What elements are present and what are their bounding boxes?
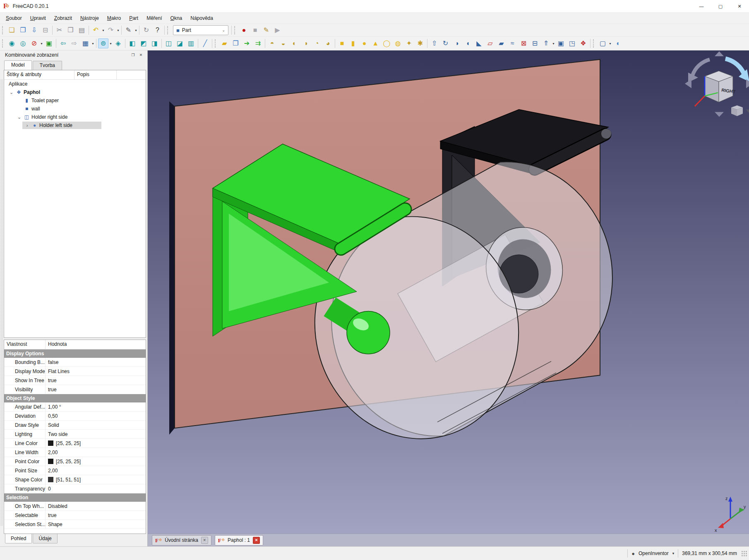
view-rear-icon[interactable]: ◫ [163,38,174,48]
primitive-sphere-icon[interactable]: ● [359,38,370,48]
paste-icon[interactable]: ▤ [77,25,87,35]
boolean-union-icon[interactable]: ◒ [278,38,288,48]
property-row-show-in-tree[interactable]: Show In Treetrue [4,376,146,385]
mirror-icon[interactable]: ◑ [451,38,462,48]
tree-item-wall[interactable]: ■wall [4,105,146,113]
property-row-selection-style[interactable]: Selection St...Shape [4,520,146,529]
zoom-region-icon[interactable]: ⊚ [98,38,108,48]
part-export-icon[interactable]: ➔ [242,38,252,48]
property-row-shape-color[interactable]: Shape Color[51, 51, 51] [4,475,146,484]
property-row-transparency[interactable]: Transparency0 [4,484,146,493]
tab-close-icon[interactable]: ✕ [253,537,260,544]
property-row-angular-deflection[interactable]: Angular Def...1,00 ° [4,402,146,412]
fit-selection-icon[interactable]: ◎ [18,38,28,48]
tab-paphol[interactable]: F⚙Paphol : 1✕ [215,535,263,546]
edit-mode-icon[interactable]: ✎ [123,25,134,35]
toolbar-grip[interactable] [234,26,236,34]
float-panel-button[interactable]: ❐ [129,51,137,59]
part-solid-icon[interactable]: ▰ [219,38,230,48]
offset-icon[interactable]: ⇑ [541,38,551,48]
resize-grip[interactable] [741,550,747,557]
tree-item-holder-left-side[interactable]: ›●Holder left side [4,121,146,129]
chevron-down-icon[interactable]: ▾ [91,38,95,48]
property-row-bounding-box[interactable]: Bounding B...false [4,358,146,367]
rotate-left-arrow-icon[interactable] [692,60,710,76]
primitive-tube-icon[interactable]: ◍ [393,38,403,48]
extrude-icon[interactable]: ⇧ [429,38,439,48]
undo-icon[interactable]: ↶ [91,25,101,35]
tab-model[interactable]: Model [4,60,32,70]
expander-icon[interactable]: ⌄ [8,90,15,95]
shape-builder-icon[interactable]: ✦ [404,38,414,48]
menu-zobrazit[interactable]: Zobrazit [50,14,76,23]
compound-icon[interactable]: ❖ [578,38,588,48]
thickness-icon[interactable]: ▣ [556,38,566,48]
ruled-surface-icon[interactable]: ▱ [485,38,495,48]
material-sphere-icon[interactable]: ◖ [612,38,623,48]
menu-napoveda[interactable]: Nápověda [186,14,217,23]
tab-udaje[interactable]: Údaje [33,534,57,543]
view-right-icon[interactable]: ◨ [149,38,160,48]
macro-edit-icon[interactable]: ✎ [261,25,271,35]
chevron-down-icon[interactable]: ▾ [116,25,120,35]
property-row-line-color[interactable]: Line Color[25, 25, 25] [4,439,146,448]
part-export-all-icon[interactable]: ⇉ [253,38,263,48]
menu-okna[interactable]: Okna [166,14,187,23]
fillet-icon[interactable]: ◖ [463,38,473,48]
copy-icon[interactable]: ❒ [65,25,76,35]
view-left-icon[interactable]: ▥ [186,38,196,48]
tree-column-labels[interactable]: Štítky & atributy [4,70,74,79]
shape-view-icon[interactable]: ◳ [567,38,577,48]
primitives-dialog-icon[interactable]: ✱ [415,38,425,48]
macro-record-icon[interactable]: ● [239,25,249,35]
chevron-down-icon[interactable]: ▾ [40,38,43,48]
minimize-button[interactable]: — [692,0,711,12]
section-icon[interactable]: ⊠ [519,38,529,48]
view-top-icon[interactable]: ◩ [138,38,149,48]
redo-icon[interactable]: ↷ [106,25,116,35]
nav-back-icon[interactable]: ⇦ [58,38,68,48]
tab-close-icon[interactable]: ✕ [201,537,208,544]
property-row-deviation[interactable]: Deviation0,50 [4,412,146,421]
tree-item-aplikace[interactable]: Aplikace [4,80,146,88]
property-row-lighting[interactable]: LightingTwo side [4,430,146,439]
primitive-box-icon[interactable]: ■ [337,38,347,48]
navigation-cube[interactable]: RIGHT [685,51,749,117]
toolbar-grip[interactable] [593,39,595,48]
whats-this-icon[interactable]: ? [152,25,163,35]
loft-icon[interactable]: ▰ [496,38,507,48]
chevron-down-icon[interactable]: ▾ [552,38,555,48]
primitive-cone-icon[interactable]: ▲ [370,38,381,48]
chevron-down-icon[interactable]: ▾ [101,25,105,35]
tab-tvorba[interactable]: Tvorba [33,61,62,70]
part-import-icon[interactable]: ❐ [230,38,241,48]
save-document-icon[interactable]: ⇩ [29,25,39,35]
rotate-right-arrow-icon[interactable] [725,59,744,75]
expander-icon[interactable]: › [24,123,31,128]
property-row-visibility[interactable]: Visibilitytrue [4,385,146,394]
nav-menu-chevron-icon[interactable] [746,110,749,113]
navigation-style-label[interactable]: OpenInventor [639,550,669,556]
cross-sections-icon[interactable]: ⊟ [530,38,540,48]
revolve-icon[interactable]: ↻ [440,38,451,48]
chevron-down-icon[interactable]: ▾ [672,551,675,555]
menu-nastroje[interactable]: Nástroje [76,14,103,23]
toolbar-grip[interactable] [215,39,217,48]
fit-all-icon[interactable]: ◉ [7,38,17,48]
view-axonometric-icon[interactable]: ◈ [113,38,123,48]
tree-item-toalet-paper[interactable]: ▮Toalet paper [4,96,146,105]
split-slice-icon[interactable]: ◕ [323,38,333,48]
cut-icon[interactable]: ✂ [54,25,65,35]
property-row-point-color[interactable]: Point Color[25, 25, 25] [4,457,146,466]
draw-style-icon[interactable]: ⊘ [29,38,39,48]
chevron-down-icon[interactable]: ▾ [134,25,138,35]
view-isometric-icon[interactable]: ▦ [80,38,91,48]
close-button[interactable]: ✕ [730,0,749,12]
chamfer-icon[interactable]: ◣ [474,38,484,48]
tree-column-description[interactable]: Popis [74,70,117,79]
property-row-line-width[interactable]: Line Width2,00 [4,448,146,457]
open-document-icon[interactable]: ❐ [18,25,28,35]
tree-item-holder-right-side[interactable]: ⌄◫Holder right side [4,113,146,121]
chevron-down-icon[interactable]: ▾ [608,38,612,48]
toolbar-grip[interactable] [2,39,4,48]
